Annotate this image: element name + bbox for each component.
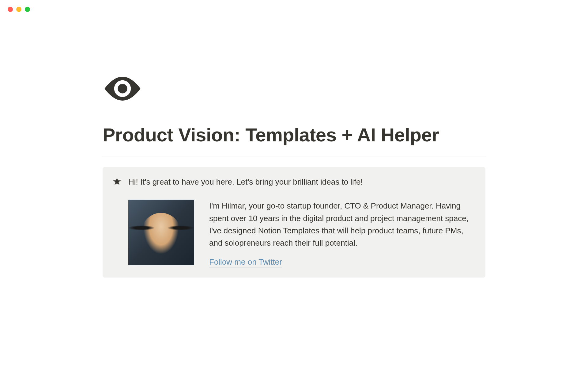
window-chrome [0,0,588,12]
page-title[interactable]: Product Vision: Templates + AI Helper [103,124,485,146]
bio-row: I'm Hilmar, your go-to startup founder, … [128,200,476,266]
bio-text-block: I'm Hilmar, your go-to startup founder, … [209,200,476,266]
divider [103,156,485,156]
callout-content: Hi! It's great to have you here. Let's b… [128,176,476,267]
svg-point-1 [118,84,127,93]
content-area: Product Vision: Templates + AI Helper Hi… [93,69,495,278]
page-icon[interactable] [103,69,485,109]
eye-icon [103,69,142,109]
greeting-text: Hi! It's great to have you here. Let's b… [128,176,476,187]
minimize-window-button[interactable] [16,7,21,12]
close-window-button[interactable] [8,7,13,12]
callout-icon [112,177,122,186]
author-avatar [128,200,194,265]
maximize-window-button[interactable] [25,7,30,12]
star-icon [112,177,122,186]
intro-callout: Hi! It's great to have you here. Let's b… [103,167,485,278]
twitter-link[interactable]: Follow me on Twitter [209,257,282,267]
bio-paragraph: I'm Hilmar, your go-to startup founder, … [209,200,476,249]
